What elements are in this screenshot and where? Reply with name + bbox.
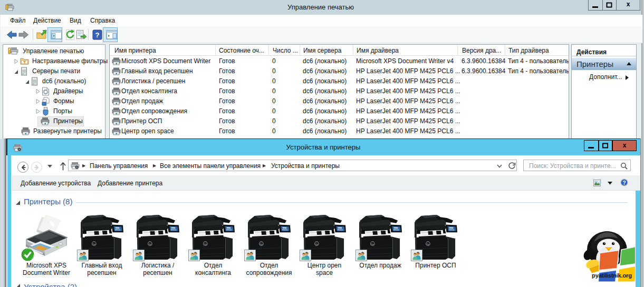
svg-text:?: ? [95, 31, 100, 39]
svg-text:?: ? [622, 180, 626, 186]
